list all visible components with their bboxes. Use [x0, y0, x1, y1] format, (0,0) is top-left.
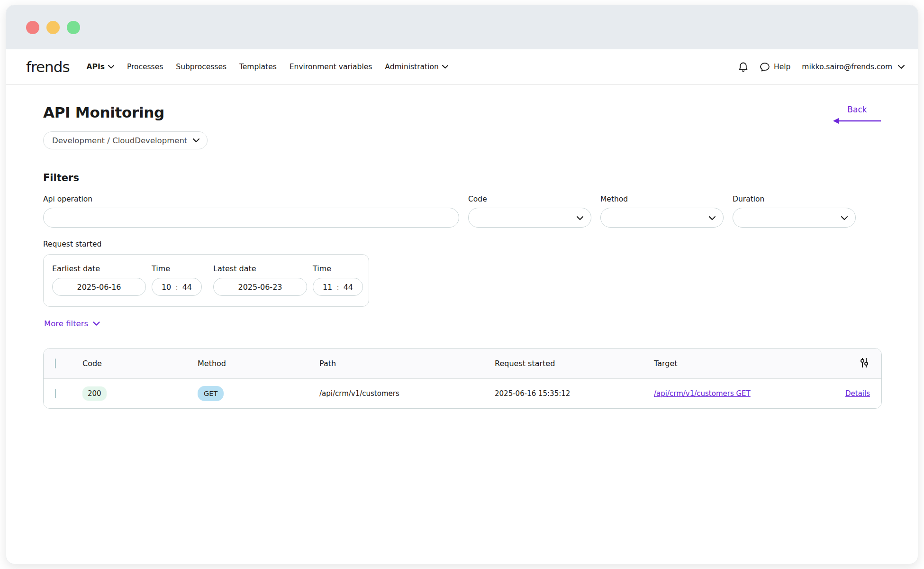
chevron-down-icon: [108, 65, 114, 69]
method-field: Method: [600, 195, 724, 228]
bell-icon: [738, 62, 748, 73]
duration-field: Duration: [733, 195, 856, 228]
latest-date-label: Latest date: [213, 264, 307, 273]
method-select[interactable]: [600, 208, 724, 228]
chevron-down-icon: [93, 321, 100, 326]
earliest-time-hour: 10: [162, 283, 171, 292]
filters-heading: Filters: [43, 172, 882, 184]
chat-bubble-icon: [760, 62, 770, 72]
back-button[interactable]: Back: [833, 105, 882, 126]
user-email: mikko.sairo@frends.com: [802, 63, 892, 71]
method-label: Method: [600, 195, 724, 203]
chevron-down-icon: [709, 216, 716, 220]
api-operation-field: Api operation: [43, 195, 459, 228]
latest-time-input[interactable]: 11 : 44: [313, 278, 363, 296]
app-window: frends APIs Processes Subprocesses Templ…: [6, 5, 918, 564]
details-link[interactable]: Details: [845, 389, 870, 398]
latest-date-input[interactable]: 2025-06-23: [213, 278, 307, 296]
status-code-badge: 200: [82, 386, 107, 401]
arrow-left-icon: [833, 118, 882, 124]
nav-item-apis[interactable]: APIs: [87, 63, 114, 71]
time-separator: :: [336, 283, 339, 292]
earliest-time-group: Time 10 : 44: [152, 264, 202, 296]
code-select[interactable]: [468, 208, 591, 228]
filter-row: Api operation Code Method: [43, 195, 882, 228]
top-navbar: frends APIs Processes Subprocesses Templ…: [6, 49, 918, 85]
column-header-target: Target: [654, 359, 827, 368]
help-label: Help: [774, 63, 790, 71]
api-operation-label: Api operation: [43, 195, 459, 203]
environment-selector-value: Development / CloudDevelopment: [52, 136, 187, 145]
row-checkbox[interactable]: [55, 389, 56, 398]
page-header: API Monitoring Development / CloudDevelo…: [43, 104, 882, 149]
chevron-down-icon: [841, 216, 848, 220]
earliest-date-group: Earliest date 2025-06-16: [52, 264, 146, 296]
latest-time-hour: 11: [323, 283, 332, 292]
chevron-down-icon: [442, 65, 448, 69]
chevron-down-icon: [577, 216, 583, 220]
window-minimize-button[interactable]: [46, 21, 60, 34]
latest-date-group: Latest date 2025-06-23: [213, 264, 307, 296]
column-settings-button[interactable]: [859, 356, 870, 371]
help-button[interactable]: Help: [760, 62, 790, 72]
environment-selector[interactable]: Development / CloudDevelopment: [43, 131, 208, 149]
results-table: Code Method Path Request started Target …: [43, 348, 882, 409]
method-badge: GET: [198, 386, 224, 401]
nav-item-processes[interactable]: Processes: [127, 63, 163, 71]
select-all-checkbox[interactable]: [55, 358, 56, 368]
navbar-right: Help mikko.sairo@frends.com: [738, 62, 905, 73]
table-row: 200 GET /api/crm/v1/customers 2025-06-16…: [44, 379, 881, 408]
notifications-button[interactable]: [738, 62, 748, 73]
earliest-time-minute: 44: [182, 283, 192, 292]
filters-section: Filters Api operation Code Method: [43, 172, 882, 328]
nav-item-environment-variables[interactable]: Environment variables: [290, 63, 372, 71]
request-started-cell: 2025-06-16 15:35:12: [495, 389, 654, 398]
nav-item-administration[interactable]: Administration: [385, 63, 448, 71]
duration-label: Duration: [733, 195, 856, 203]
window-close-button[interactable]: [26, 21, 39, 34]
user-menu[interactable]: mikko.sairo@frends.com: [802, 63, 905, 71]
earliest-time-label: Time: [152, 264, 202, 273]
duration-select[interactable]: [733, 208, 856, 228]
nav-item-templates[interactable]: Templates: [239, 63, 277, 71]
window-titlebar: [6, 5, 918, 49]
api-operation-input[interactable]: [43, 208, 459, 228]
path-cell: /api/crm/v1/customers: [319, 389, 495, 398]
back-label: Back: [833, 105, 882, 114]
request-started-label: Request started: [43, 240, 882, 248]
latest-time-label: Time: [313, 264, 363, 273]
frends-logo[interactable]: frends: [26, 58, 70, 75]
latest-time-minute: 44: [344, 283, 353, 292]
earliest-date-input[interactable]: 2025-06-16: [52, 278, 146, 296]
earliest-time-input[interactable]: 10 : 44: [152, 278, 202, 296]
column-header-request-started: Request started: [495, 359, 654, 368]
column-header-code: Code: [82, 359, 198, 368]
sliders-icon: [860, 357, 869, 368]
column-header-path: Path: [319, 359, 495, 368]
time-separator: :: [175, 283, 178, 292]
request-started-box: Earliest date 2025-06-16 Time 10 : 44 La…: [43, 254, 369, 307]
page-title: API Monitoring: [43, 104, 882, 121]
main-content: API Monitoring Development / CloudDevelo…: [6, 85, 918, 409]
latest-time-group: Time 11 : 44: [313, 264, 363, 296]
code-field: Code: [468, 195, 591, 228]
more-filters-button[interactable]: More filters: [43, 319, 100, 328]
table-header-row: Code Method Path Request started Target: [44, 349, 881, 379]
nav-items: APIs Processes Subprocesses Templates En…: [87, 63, 448, 71]
target-link[interactable]: /api/crm/v1/customers GET: [654, 389, 751, 398]
code-label: Code: [468, 195, 591, 203]
chevron-down-icon: [193, 138, 199, 143]
window-zoom-button[interactable]: [67, 21, 80, 34]
earliest-date-label: Earliest date: [52, 264, 146, 273]
column-header-method: Method: [198, 359, 319, 368]
chevron-down-icon: [898, 65, 905, 69]
nav-item-subprocesses[interactable]: Subprocesses: [176, 63, 226, 71]
